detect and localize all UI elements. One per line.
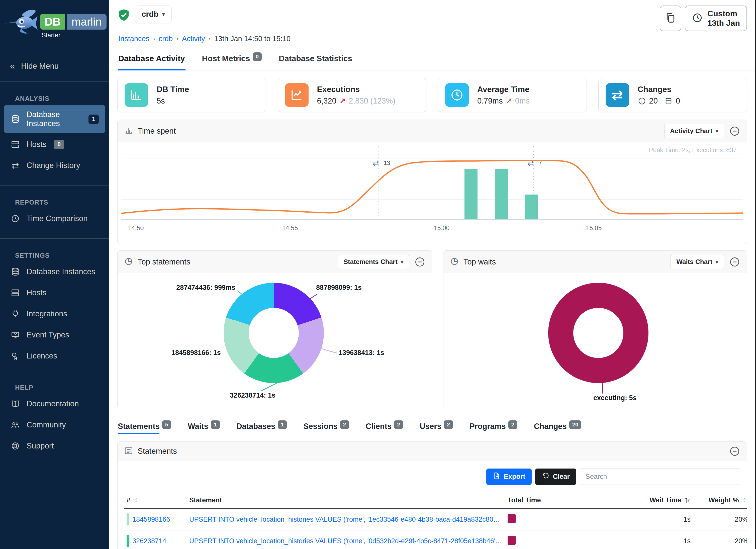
export-button[interactable]: Export	[486, 469, 532, 485]
sidebar-item-licences[interactable]: Licences	[4, 346, 105, 366]
statements-donut[interactable]	[224, 283, 324, 383]
table-row: 1845898166 UPSERT INTO vehicle_location_…	[124, 509, 747, 530]
search-input[interactable]	[580, 469, 740, 485]
card-title: Average Time	[477, 85, 530, 94]
sort-ascending-icon[interactable]	[683, 496, 691, 504]
statement-sql-link[interactable]: UPSERT INTO vehicle_location_histories V…	[189, 516, 503, 523]
card-changes: ⇄ Changes 20 0	[598, 78, 747, 112]
undo-icon	[542, 472, 549, 481]
breadcrumb-activity[interactable]: Activity	[182, 35, 205, 43]
collapse-panel-button[interactable]	[729, 256, 740, 267]
certificate-icon	[11, 351, 20, 361]
wait-time-value: 1s	[610, 509, 693, 530]
executions-bar[interactable]	[464, 169, 478, 219]
statements-panel: Statements Export	[117, 441, 747, 549]
section-title-settings: SETTINGS	[15, 252, 109, 259]
statement-id-link[interactable]: 1845898166	[132, 516, 170, 523]
file-export-icon	[493, 472, 500, 481]
tab-database-statistics[interactable]: Database Statistics	[278, 49, 353, 70]
executions-bar[interactable]	[525, 195, 538, 219]
subtab-waits[interactable]: Waits1	[188, 422, 220, 436]
sidebar-item-integrations[interactable]: Integrations	[4, 304, 105, 324]
donut-label: 139638413: 1s	[339, 349, 384, 357]
hide-menu-button[interactable]: « Hide Menu	[0, 51, 109, 82]
sidebar-item-label: Change History	[27, 161, 80, 170]
instance-selector[interactable]: crdb ▾	[135, 6, 172, 23]
collapse-panel-button[interactable]	[729, 126, 740, 137]
breadcrumb-instances[interactable]: Instances	[118, 35, 149, 43]
subtab-databases[interactable]: Databases1	[236, 422, 287, 436]
time-spent-chart[interactable]: Peak Time: 2s, Executions: 837 ⇄ 13 ⇄ 7	[118, 142, 747, 244]
plug-icon	[11, 309, 20, 319]
exchange-arrows-icon: ⇄	[11, 161, 20, 170]
sidebar-item-settings-hosts[interactable]: Hosts	[4, 283, 105, 303]
executions-bar[interactable]	[495, 169, 508, 219]
panel-title: Statements	[138, 447, 177, 456]
time-range-button[interactable]: Custom 13th Jan	[685, 6, 747, 31]
sort-icon[interactable]	[132, 496, 140, 504]
waits-chart-dropdown[interactable]: Waits Chart▾	[671, 255, 724, 269]
card-title: Changes	[638, 85, 680, 94]
subtab-clients[interactable]: Clients2	[366, 422, 403, 436]
tab-database-activity[interactable]: Database Activity	[118, 49, 185, 70]
statements-chart-dropdown[interactable]: Statements Chart▾	[338, 255, 409, 269]
sidebar-item-support[interactable]: Support	[4, 436, 105, 456]
sidebar-item-hosts[interactable]: Hosts 0	[4, 135, 105, 154]
collapse-panel-button[interactable]	[414, 256, 425, 267]
book-icon	[11, 399, 20, 409]
detail-tabbar: Statements5 Waits1 Databases1 Sessions2 …	[109, 413, 755, 436]
subtab-changes[interactable]: Changes20	[534, 422, 581, 436]
time-range-date: 13th Jan	[707, 19, 740, 28]
count-badge: 1	[211, 420, 220, 429]
logo-db-badge: DB	[40, 14, 65, 30]
chart-bars-icon	[124, 126, 133, 136]
card-title: Executions	[317, 85, 396, 94]
x-tick: 15:00	[434, 224, 450, 231]
server-icon	[11, 288, 20, 298]
breadcrumb-current-range: 13th Jan 14:50 to 15:10	[214, 35, 291, 43]
clear-button[interactable]: Clear	[535, 469, 576, 485]
col-header-weight[interactable]: Weight %	[693, 492, 747, 509]
statement-sql-link[interactable]: UPSERT INTO vehicle_location_histories V…	[189, 537, 503, 545]
sidebar-item-community[interactable]: Community	[4, 415, 105, 435]
marlin-fish-icon	[4, 8, 39, 41]
changes-info-count: 20	[649, 97, 658, 106]
metric-cards: DB Time 5s Executions 6,320 ↗ 2,830 (123…	[109, 70, 755, 118]
card-delta: 2,830 (123%)	[349, 97, 395, 106]
chevron-down-icon: ▾	[715, 258, 718, 265]
sidebar-item-database-instances[interactable]: Database Instances 1	[4, 105, 105, 133]
breadcrumb-separator: ›	[209, 35, 211, 43]
statement-id-link[interactable]: 326238714	[132, 537, 166, 545]
breadcrumb-crdb[interactable]: crdb	[159, 35, 173, 43]
sidebar-item-settings-database-instances[interactable]: Database Instances	[4, 262, 105, 282]
donut-connector	[261, 383, 277, 391]
activity-chart-dropdown[interactable]: Activity Chart▾	[664, 124, 724, 138]
copy-link-button[interactable]	[660, 6, 681, 31]
sidebar-item-documentation[interactable]: Documentation	[4, 394, 105, 414]
sidebar-item-change-history[interactable]: ⇄ Change History	[4, 156, 105, 175]
donut-label: 326238714: 1s	[230, 392, 275, 399]
col-header-wait-time[interactable]: Wait Time	[610, 492, 693, 509]
sort-icon[interactable]	[741, 496, 747, 504]
subtab-programs[interactable]: Programs2	[469, 422, 517, 436]
trend-up-icon: ↗	[339, 97, 346, 105]
sidebar-item-event-types[interactable]: Event Types	[4, 325, 105, 345]
sidebar-item-label: Licences	[27, 351, 57, 360]
sidebar-item-time-comparison[interactable]: Time Comparison	[4, 209, 105, 228]
count-badge: 2	[508, 420, 517, 429]
col-header-statement[interactable]: Statement	[187, 492, 505, 509]
col-header-id[interactable]: #	[124, 492, 187, 509]
collapse-panel-button[interactable]	[729, 446, 740, 457]
pie-chart-icon	[124, 257, 133, 267]
tab-host-metrics[interactable]: Host Metrics0	[202, 49, 262, 70]
database-icon	[11, 267, 20, 277]
subtab-users[interactable]: Users2	[420, 422, 453, 436]
subtab-sessions[interactable]: Sessions2	[303, 422, 349, 436]
breadcrumb-separator: ›	[176, 35, 178, 43]
time-spent-panel: Time spent Activity Chart▾ Peak Time: 2s…	[117, 120, 747, 244]
col-header-total-time[interactable]: Total Time	[505, 492, 610, 509]
table-row: 326238714 UPSERT INTO vehicle_location_h…	[124, 530, 747, 549]
waits-donut[interactable]	[548, 283, 648, 383]
wait-time-value: 1s	[610, 530, 693, 549]
subtab-statements[interactable]: Statements5	[118, 422, 171, 436]
